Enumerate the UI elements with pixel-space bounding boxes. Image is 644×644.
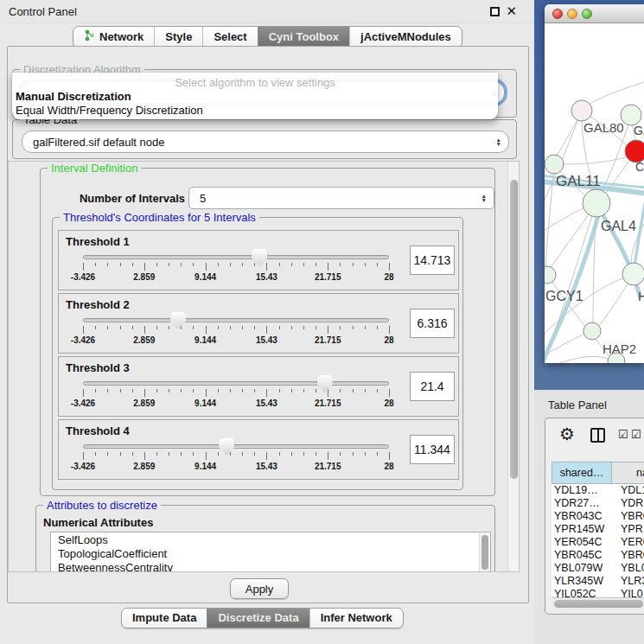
table-row[interactable]: YDL19…YDL1	[552, 484, 644, 497]
list-item[interactable]: TopologicalCoefficient	[58, 547, 490, 561]
list-scrollbar-thumb[interactable]	[481, 535, 488, 570]
network-edge[interactable]	[545, 356, 613, 363]
node-gal11[interactable]	[545, 155, 564, 174]
list-item[interactable]: SelfLoops	[58, 533, 490, 547]
node-label: GAL4	[601, 219, 636, 233]
node-gcy1[interactable]	[545, 266, 556, 284]
threshold-label: Threshold 1	[66, 235, 130, 248]
slider-ticks	[83, 389, 390, 398]
list-scrollbar[interactable]	[479, 533, 489, 572]
table-row[interactable]: YBR045CYBR0	[552, 549, 644, 562]
tab-network[interactable]: Network	[73, 27, 154, 48]
threshold-value-field[interactable]: 14.713	[410, 245, 455, 275]
node-label: GCY1	[545, 289, 583, 303]
column-header-name[interactable]: na	[612, 462, 644, 484]
table-row[interactable]: YLR345WYLR3	[552, 575, 644, 588]
slider-tick-label: 21.715	[309, 335, 347, 345]
threshold-panel: Threshold 4-3.4262.8599.14415.4321.71528…	[58, 419, 459, 480]
tab-discretize-data[interactable]: Discretize Data	[207, 609, 309, 628]
threshold-label: Threshold 3	[66, 361, 130, 374]
menu-item[interactable]: Manual Discretization	[16, 90, 131, 103]
numerical-attributes-heading: Numerical Attributes	[43, 516, 153, 529]
cell-shared-name: YDL19…	[554, 484, 598, 496]
threshold-panel: Threshold 2-3.4262.8599.14415.4321.71528…	[58, 293, 459, 354]
tab-label: Select	[214, 30, 246, 43]
close-window-icon[interactable]	[552, 9, 563, 19]
zoom-window-icon[interactable]	[582, 9, 592, 19]
tab-label: Network	[99, 30, 143, 43]
column-header-shared-name[interactable]: shared…	[552, 462, 612, 484]
threshold-value-field[interactable]: 21.4	[410, 372, 455, 401]
algorithm-dropdown-popup: Select algorithm to view settings Manual…	[12, 73, 498, 119]
tab-cyni-toolbox[interactable]: Cyni Toolbox	[258, 27, 349, 48]
table-data-combobox[interactable]: galFiltered.sif default node ▲▼	[22, 131, 509, 153]
table-row[interactable]: YBR043CYBR0	[552, 510, 644, 523]
tab-style[interactable]: Style	[154, 27, 202, 48]
tab-jactivemnodules[interactable]: jActiveMNodules	[349, 27, 462, 48]
cell-name: YER0	[621, 536, 644, 548]
table-row[interactable]: YER054CYER0	[552, 536, 644, 549]
tab-label: Infer Network	[321, 611, 392, 624]
interval-group-title: Interval Definition	[48, 162, 141, 175]
threshold-panel: Threshold 1-3.4262.8599.14415.4321.71528…	[58, 230, 459, 290]
table-row[interactable]: YIL052CYIL0	[552, 588, 644, 597]
table-row[interactable]: YPR145WYPR1	[552, 523, 644, 536]
cell-name: YIL0	[621, 588, 643, 597]
slider-ticks	[83, 326, 390, 335]
settings-scrollbar[interactable]	[507, 162, 519, 571]
network-edge[interactable]	[563, 155, 634, 164]
settings-scrollbar-thumb[interactable]	[510, 180, 518, 479]
tab-label: Style	[165, 30, 192, 43]
checkbox-icon[interactable]: ☑	[618, 429, 628, 440]
tab-label: Impute Data	[132, 611, 196, 624]
slider-tick-label: 9.144	[187, 462, 225, 471]
slider-track[interactable]	[83, 444, 389, 449]
gear-icon[interactable]: ⚙	[559, 425, 575, 443]
network-graph[interactable]: GAL80GACGAL11GAL4GCY1HHAP2	[545, 23, 644, 363]
slider-track[interactable]	[83, 381, 389, 386]
network-canvas[interactable]: GAL80GACGAL11GAL4GCY1HHAP2	[545, 23, 644, 363]
table-data-value: galFiltered.sif default node	[33, 136, 164, 149]
network-thick-edge[interactable]	[634, 200, 644, 269]
slider-tick-label: 2.859	[125, 272, 163, 282]
slider-tick-label: 21.715	[309, 399, 347, 408]
table-row[interactable]: YDR27…YDR2	[552, 497, 644, 510]
tab-infer-network[interactable]: Infer Network	[309, 609, 403, 628]
threshold-label: Threshold 2	[66, 298, 130, 311]
node-gal80[interactable]	[571, 100, 592, 121]
table-row[interactable]: YBL079WYBL0	[552, 562, 644, 575]
minimize-window-icon[interactable]	[567, 9, 577, 19]
threshold-value-field[interactable]: 6.316	[410, 309, 455, 338]
node-gal4[interactable]	[583, 189, 610, 217]
checkbox-icon[interactable]: ☑	[631, 429, 641, 440]
network-desktop: GAL80GACGAL11GAL4GCY1HHAP2	[534, 0, 644, 390]
slider-track[interactable]	[83, 255, 389, 259]
network-window-titlebar[interactable]	[545, 4, 644, 23]
slider-tick-label: 21.715	[309, 272, 347, 282]
slider-tick-label: -3.426	[64, 272, 102, 282]
node-right[interactable]	[622, 263, 644, 285]
tab-select[interactable]: Select	[202, 27, 257, 48]
settings-viewport: Interval Definition Number of Intervals …	[8, 161, 520, 572]
num-intervals-label: Number of Intervals	[54, 192, 185, 205]
list-item[interactable]: BetweennessCentrality	[58, 561, 490, 572]
network-edge[interactable]	[545, 206, 588, 233]
split-view-icon[interactable]	[590, 428, 605, 443]
menu-item[interactable]: Equal Width/Frequency Discretization	[16, 104, 203, 117]
cell-name: YBL0	[621, 562, 644, 574]
close-icon[interactable]: ✕	[506, 3, 517, 19]
node-label: GA	[634, 124, 644, 137]
slider-track[interactable]	[83, 318, 389, 322]
node-hap2[interactable]	[583, 322, 601, 340]
cell-name: YPR1	[621, 523, 644, 535]
tab-impute-data[interactable]: Impute Data	[122, 609, 207, 628]
network-window[interactable]: GAL80GACGAL11GAL4GCY1HHAP2	[545, 4, 644, 363]
attributes-list[interactable]: SelfLoopsTopologicalCoefficientBetweenne…	[50, 532, 491, 572]
table-hscrollbar-thumb[interactable]	[554, 600, 643, 608]
float-window-icon[interactable]	[490, 7, 500, 16]
num-intervals-combobox[interactable]: 5 ▲▼	[188, 187, 494, 209]
threshold-value-field[interactable]: 11.344	[410, 435, 455, 464]
table-hscrollbar[interactable]	[552, 597, 644, 609]
cell-name: YLR3	[621, 575, 644, 587]
apply-button[interactable]: Apply	[230, 578, 289, 599]
